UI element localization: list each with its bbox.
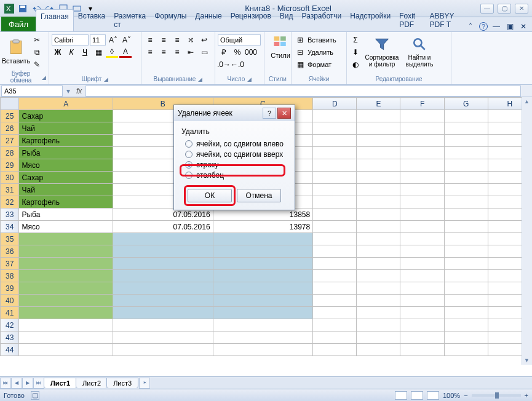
cell[interactable] [313,122,357,135]
new-sheet-icon[interactable]: ✶ [139,378,150,389]
cell[interactable] [357,319,400,332]
cell[interactable] [400,282,444,295]
cell[interactable]: Чай [19,122,113,135]
cell[interactable] [313,159,357,172]
row-header[interactable]: 27 [1,135,19,147]
cell[interactable] [213,270,313,282]
cell[interactable] [444,332,488,344]
cell[interactable] [313,295,357,307]
col-header[interactable]: A [19,98,113,110]
shrink-font-icon[interactable]: A˅ [121,34,133,46]
cell[interactable] [357,208,400,221]
ribbon-tab[interactable]: Разметка ст [109,9,150,31]
cell[interactable]: 07.05.2016 [113,221,213,233]
fx-icon[interactable]: fx [73,87,85,95]
cell[interactable]: Рыба [19,208,113,221]
cell[interactable] [213,282,313,295]
cell[interactable] [357,159,400,172]
cell[interactable] [213,245,313,258]
ribbon-tab[interactable]: Вид [276,9,298,31]
doc-minimize-icon[interactable]: — [491,22,501,31]
insert-cells-icon[interactable]: ⊞ [294,34,306,46]
file-tab[interactable]: Файл [1,17,36,31]
cell[interactable] [19,258,113,270]
ribbon-tab[interactable]: Разработчи [298,9,346,31]
row-header[interactable]: 31 [1,184,19,196]
cell[interactable] [19,319,113,332]
row-header[interactable]: 30 [1,172,19,184]
cell[interactable] [313,135,357,147]
cell[interactable] [400,135,444,147]
ribbon-tab[interactable]: Вставка [74,9,110,31]
cell[interactable] [313,208,357,221]
cell[interactable] [113,245,213,258]
close-button[interactable]: ✕ [515,4,528,14]
fill-icon[interactable]: ⬇ [349,47,362,58]
dialog-ok-button[interactable]: ОК [188,189,232,202]
dialog-launcher-icon[interactable]: ◢ [198,76,202,82]
col-header[interactable]: E [357,98,400,110]
sheet-tab[interactable]: Лист3 [106,378,138,388]
cell[interactable] [444,270,488,282]
delete-label[interactable]: Удалить [308,49,333,56]
cell[interactable] [357,122,400,135]
zoom-in-icon[interactable]: + [525,392,528,399]
orientation-icon[interactable]: ⤭ [185,34,197,46]
cell[interactable] [313,196,357,208]
cell[interactable] [19,270,113,282]
doc-close-icon[interactable]: ✕ [518,22,528,31]
row-header[interactable]: 25 [1,110,19,122]
cell[interactable] [444,172,488,184]
cell[interactable]: 13978 [213,221,313,233]
cell[interactable] [400,270,444,282]
row-header[interactable]: 34 [1,221,19,233]
row-header[interactable]: 42 [1,319,19,332]
help-icon[interactable]: ? [479,22,488,31]
cell[interactable] [444,196,488,208]
cell[interactable] [444,344,488,356]
radio-option[interactable]: строку [185,161,287,169]
format-label[interactable]: Формат [308,61,332,68]
radio-option[interactable]: столбец [185,171,287,180]
cell[interactable] [400,159,444,172]
view-layout-icon[interactable] [411,391,423,400]
dialog-launcher-icon[interactable]: ◢ [42,74,46,81]
zoom-out-icon[interactable]: − [464,392,467,399]
cell[interactable] [400,147,444,159]
row-header[interactable]: 37 [1,258,19,270]
format-painter-icon[interactable]: ✎ [31,59,43,70]
cell[interactable]: Картофель [19,135,113,147]
cell[interactable] [213,258,313,270]
merge-icon[interactable]: ▭ [198,47,210,58]
sheet-nav-last-icon[interactable]: ⏭ [33,378,44,389]
percent-icon[interactable]: % [231,47,244,58]
select-all-corner[interactable] [1,98,19,110]
maximize-button[interactable]: ▢ [498,4,511,14]
minimize-button[interactable]: — [480,4,494,14]
align-bottom-icon[interactable]: ≡ [171,34,183,46]
ribbon-tab[interactable]: Главная [36,9,74,31]
italic-icon[interactable]: К [65,47,77,58]
align-right-icon[interactable]: ≡ [171,47,183,58]
cell[interactable]: Картофель [19,196,113,208]
cell[interactable] [213,332,313,344]
inc-decimal-icon[interactable]: .0→ [218,59,230,70]
cell[interactable]: Сахар [19,172,113,184]
align-middle-icon[interactable]: ≡ [157,34,170,46]
cell[interactable] [313,319,357,332]
cell[interactable] [19,282,113,295]
sheet-nav-prev-icon[interactable]: ◀ [11,378,22,389]
ribbon-tab[interactable]: Foxit PDF [395,9,425,31]
cell[interactable] [313,245,357,258]
cell[interactable] [400,208,444,221]
cell[interactable] [19,233,113,245]
cell[interactable] [19,344,113,356]
radio-option[interactable]: ячейки, со сдвигом вверх [185,150,287,159]
col-header[interactable]: F [400,98,444,110]
radio-icon[interactable] [185,151,193,158]
cell[interactable] [357,147,400,159]
row-header[interactable]: 29 [1,159,19,172]
cell[interactable] [444,295,488,307]
fill-color-icon[interactable]: ◊ [106,47,118,58]
cell[interactable] [357,110,400,122]
